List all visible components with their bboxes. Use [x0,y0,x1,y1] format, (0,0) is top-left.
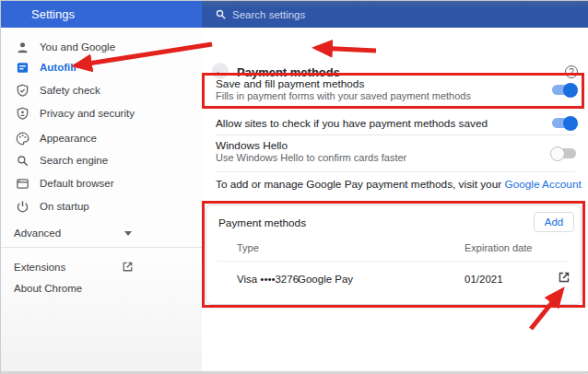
save-fill-toggle[interactable] [552,85,576,95]
power-icon [15,199,29,214]
column-header-type: Type [237,242,259,253]
sidebar-item-label: Privacy and security [40,108,135,119]
sidebar-item-appearance[interactable]: Appearance [1,127,202,149]
windows-hello-subtitle: Use Windows Hello to confirm cards faste… [216,152,406,163]
sidebar-item-default-browser[interactable]: Default browser [1,172,202,194]
sidebar-item-label: Default browser [40,178,114,189]
sidebar-about-chrome[interactable]: About Chrome [14,283,82,294]
search-input[interactable]: Search settings [232,9,305,20]
shield-icon [15,106,29,121]
save-fill-title: Save and fill payment methods [216,77,364,90]
sidebar-advanced[interactable]: Advanced [14,228,61,239]
card-number: Visa ••••3276 [237,274,299,285]
allow-sites-toggle[interactable] [552,118,576,128]
main-content: Search settings ← Payment methods ? Save… [202,1,588,371]
page-header: ← Payment methods ? [202,28,588,62]
sidebar-item-label: Appearance [40,133,97,144]
open-in-new-icon[interactable] [558,271,570,284]
windows-hello-title: Windows Hello [216,139,288,152]
add-button[interactable]: Add [534,212,574,232]
sidebar-item-label: You and Google [40,41,115,53]
autofill-icon [15,60,29,75]
search-icon [215,8,227,20]
card-title: Payment methods [218,216,306,229]
sidebar-item-safety-check[interactable]: Safety check [1,79,202,101]
card-expiration: 01/2021 [465,274,503,285]
settings-sidebar: Settings You and Google Autofill Safety … [1,1,202,371]
sidebar-item-label: On startup [40,201,89,212]
note-text: To add or manage Google Pay payment meth… [216,178,504,191]
sidebar-item-label: Autofill [40,62,76,73]
sidebar-item-label: Search engine [40,155,108,166]
sidebar-item-privacy[interactable]: Privacy and security [1,102,202,124]
sidebar-extensions[interactable]: Extensions [14,262,65,273]
sidebar-item-search-engine[interactable]: Search engine [1,149,202,171]
google-pay-note: To add or manage Google Pay payment meth… [216,178,582,191]
chrome-settings-window: Settings You and Google Autofill Safety … [0,0,588,374]
windows-hello-toggle[interactable] [552,148,576,158]
sidebar-item-autofill[interactable]: Autofill [1,56,202,78]
browser-icon [15,176,29,191]
row-divider [216,134,575,135]
save-fill-subtitle: Fills in payment forms with your saved p… [216,90,471,101]
card-network: Google Pay [298,274,353,285]
payment-methods-card: Payment methods Add Type Expiration date… [206,205,582,305]
sidebar-title: Settings [1,1,202,28]
sidebar-item-label: Safety check [40,85,100,96]
allow-sites-label: Allow sites to check if you have payment… [216,117,488,130]
shield-check-icon [15,83,29,98]
sidebar-item-you-and-google[interactable]: You and Google [1,36,202,58]
external-link-icon[interactable] [122,261,134,273]
person-icon [15,40,29,54]
search-icon [15,153,29,168]
sidebar-divider [1,247,202,248]
sidebar-item-on-startup[interactable]: On startup [1,195,202,217]
table-divider [218,261,570,262]
search-settings-bar[interactable]: Search settings [202,1,588,28]
column-header-expiration: Expiration date [465,242,532,253]
help-icon[interactable]: ? [565,65,578,78]
palette-icon [15,131,29,146]
row-divider [216,171,575,172]
google-account-link[interactable]: Google Account [504,178,581,191]
chevron-down-icon[interactable] [124,231,132,236]
